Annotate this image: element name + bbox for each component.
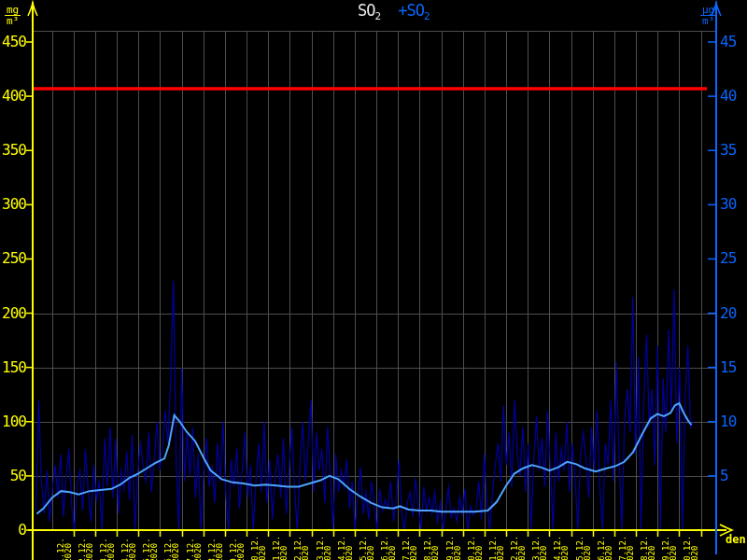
- x-axis-date-label: 22.12.2020: [511, 536, 526, 560]
- x-axis-date-label: 2.12.2020: [78, 538, 93, 560]
- x-axis-date-label: 1.12.2020: [57, 538, 72, 560]
- x-axis-date-label: 25.12.2020: [576, 536, 591, 560]
- so2-concentration-chart: SO2 +SO2 mg m³ µg m³ 4504003503002502001…: [0, 0, 747, 560]
- x-axis-date-label: 16.12.2020: [381, 536, 396, 560]
- x-axis-date-label: 19.12.2020: [446, 536, 461, 560]
- y-axis-left-tick-label: 250: [0, 250, 26, 267]
- y-axis-left-tick-label: 100: [0, 413, 26, 430]
- y-axis-right-tick-label: 20: [720, 305, 747, 322]
- series-label-so2-left: SO2: [358, 1, 381, 20]
- y-axis-right-tick-label: 25: [720, 250, 747, 267]
- x-axis-date-label: 3.12.2020: [100, 538, 115, 560]
- x-axis-date-label: 10.12.2020: [251, 536, 266, 560]
- y-axis-right-tick-label: 10: [720, 413, 747, 430]
- x-axis-date-label: 23.12.2020: [532, 536, 547, 560]
- right-axis-unit-denominator: m³: [700, 16, 716, 26]
- y-axis-left-tick-label: 300: [0, 196, 26, 213]
- left-axis-unit-denominator: m³: [5, 16, 21, 26]
- y-axis-left-tick-label: 0: [0, 522, 26, 539]
- x-axis-date-label: 17.12.2020: [402, 536, 417, 560]
- x-axis-date-label: 30.12.2020: [684, 536, 698, 560]
- y-axis-left-tick-label: 350: [0, 142, 26, 159]
- x-axis-date-label: 6.12.2020: [164, 538, 179, 560]
- x-axis-date-label: 13.12.2020: [317, 536, 331, 560]
- y-axis-right-tick-label: 5: [720, 468, 747, 484]
- y-axis-right-tick-label: 35: [720, 142, 747, 159]
- x-axis-date-label: 14.12.2020: [338, 536, 353, 560]
- left-axis-unit: mg m³: [5, 5, 21, 26]
- x-axis-date-label: 15.12.2020: [359, 536, 374, 560]
- y-axis-left-tick-label: 200: [0, 305, 26, 322]
- y-axis-right-tick-label: 45: [720, 34, 747, 50]
- x-axis-date-label: 18.12.2020: [424, 536, 439, 560]
- y-axis-right-tick-label: 40: [720, 88, 747, 105]
- y-axis-left-tick-label: 50: [0, 468, 26, 484]
- x-axis-date-label: 8.12.2020: [208, 538, 223, 560]
- x-axis-date-label: 4.12.2020: [121, 538, 136, 560]
- y-axis-left-tick-label: 450: [0, 34, 26, 50]
- x-axis-label: den: [726, 533, 746, 546]
- right-axis-unit: µg m³: [700, 5, 716, 26]
- x-axis-date-label: 11.12.2020: [273, 536, 288, 560]
- chart-canvas: [0, 0, 747, 560]
- y-axis-right-tick-label: 30: [720, 196, 747, 213]
- series-label-so2-right: +SO2: [398, 1, 430, 20]
- y-axis-right-tick-label: 15: [720, 359, 747, 376]
- chart-title: SO2 +SO2: [358, 2, 430, 25]
- x-axis-date-label: 5.12.2020: [143, 538, 158, 560]
- x-axis-date-label: 7.12.2020: [187, 538, 202, 560]
- x-axis-date-label: 27.12.2020: [619, 536, 634, 560]
- x-axis-date-label: 20.12.2020: [468, 536, 483, 560]
- x-axis-date-label: 26.12.2020: [598, 536, 613, 560]
- x-axis-date-label: 28.12.2020: [641, 536, 655, 560]
- x-axis-date-label: 12.12.2020: [294, 536, 309, 560]
- x-axis-date-label: 21.12.2020: [489, 536, 504, 560]
- x-axis-date-label: 24.12.2020: [554, 536, 569, 560]
- y-axis-left-tick-label: 400: [0, 88, 26, 105]
- y-axis-left-tick-label: 150: [0, 359, 26, 376]
- x-axis-date-label: 9.12.2020: [230, 538, 245, 560]
- x-axis-date-label: 29.12.2020: [662, 536, 677, 560]
